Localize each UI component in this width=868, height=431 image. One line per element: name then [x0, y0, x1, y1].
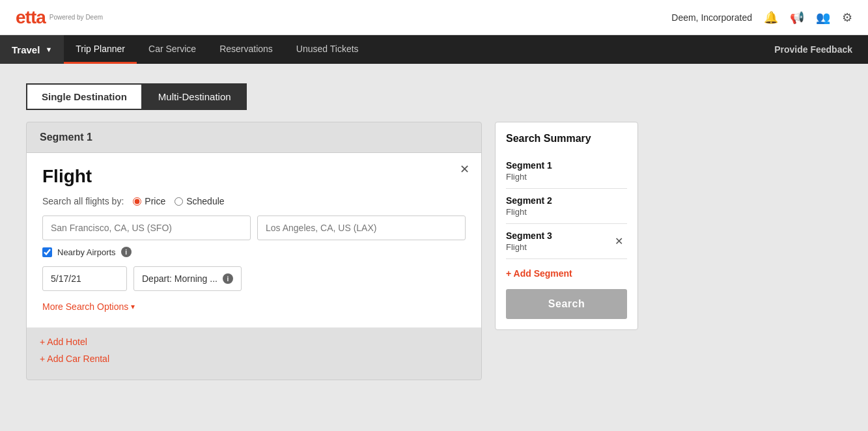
add-segment-link[interactable]: + Add Segment [506, 268, 627, 279]
nav-trip-planner[interactable]: Trip Planner [64, 35, 137, 64]
nearby-airports-info-icon[interactable]: i [121, 247, 132, 257]
nav-provide-feedback[interactable]: Provide Feedback [759, 44, 868, 55]
add-hotel-link[interactable]: + Add Hotel [40, 337, 468, 347]
from-input[interactable] [42, 216, 251, 240]
tab-single-destination[interactable]: Single Destination [26, 83, 143, 110]
content-row: Segment 1 Flight ✕ Search all flights by… [26, 122, 842, 380]
flight-title: Flight [42, 166, 466, 187]
summary-segment-1: Segment 1 Flight [506, 154, 627, 189]
depart-select[interactable]: Depart: Morning ... i [133, 266, 242, 291]
nav-car-service[interactable]: Car Service [137, 35, 208, 64]
megaphone-icon[interactable]: 📢 [790, 10, 804, 25]
depart-info-icon[interactable]: i [223, 273, 233, 284]
nav-unused-tickets[interactable]: Unused Tickets [285, 35, 371, 64]
radio-price[interactable]: Price [133, 196, 165, 206]
add-car-rental-link[interactable]: + Add Car Rental [40, 354, 468, 364]
nav-travel-label: Travel [12, 44, 40, 55]
search-button[interactable]: Search [506, 289, 627, 319]
close-button[interactable]: ✕ [460, 162, 469, 176]
segment1-header: Segment 1 [27, 122, 481, 153]
destination-tabs: Single Destination Multi-Destination [26, 83, 842, 110]
add-section: + Add Hotel + Add Car Rental [27, 327, 481, 380]
radio-schedule[interactable]: Schedule [175, 196, 224, 206]
bell-icon[interactable]: 🔔 [764, 10, 778, 25]
remove-segment3-button[interactable]: ✕ [611, 234, 627, 249]
logo: etta [16, 7, 46, 28]
flight-form: Flight ✕ Search all flights by: Price Sc… [27, 153, 481, 327]
more-search-options-link[interactable]: More Search Options ▾ [42, 301, 466, 312]
gear-icon[interactable]: ⚙ [842, 10, 852, 25]
nav-links: Trip Planner Car Service Reservations Un… [64, 35, 370, 64]
topbar-right: Deem, Incorporated 🔔 📢 👥 ⚙ [671, 10, 852, 25]
search-summary-panel: Search Summary Segment 1 Flight Segment … [495, 122, 638, 330]
chevron-down-icon: ▼ [45, 46, 52, 53]
main-content: Single Destination Multi-Destination Seg… [0, 64, 868, 400]
summary-segment-3: Segment 3 Flight ✕ [506, 224, 627, 259]
date-input[interactable] [42, 266, 127, 291]
tab-multi-destination[interactable]: Multi-Destination [143, 83, 247, 110]
nav-travel[interactable]: Travel ▼ [0, 35, 64, 64]
segment-3-row: Segment 3 Flight ✕ [506, 230, 627, 252]
search-by-row: Search all flights by: Price Schedule [42, 196, 466, 206]
nearby-airports-checkbox[interactable] [42, 247, 52, 257]
chevron-down-icon: ▾ [131, 302, 135, 311]
nearby-airports-row: Nearby Airports i [42, 247, 466, 257]
search-by-label: Search all flights by: [42, 196, 124, 206]
nav-reservations[interactable]: Reservations [208, 35, 285, 64]
search-summary-title: Search Summary [506, 133, 627, 145]
segment1-card: Segment 1 Flight ✕ Search all flights by… [26, 122, 482, 380]
logo-subtitle: Powered by Deem [49, 14, 103, 21]
route-row [42, 216, 466, 240]
people-icon[interactable]: 👥 [816, 10, 830, 25]
summary-segment-2: Segment 2 Flight [506, 189, 627, 224]
topbar: etta Powered by Deem Deem, Incorporated … [0, 0, 868, 35]
to-input[interactable] [257, 216, 466, 240]
logo-area: etta Powered by Deem [16, 7, 103, 28]
date-row: Depart: Morning ... i [42, 266, 466, 291]
nearby-airports-label: Nearby Airports [57, 247, 116, 257]
company-name: Deem, Incorporated [671, 12, 752, 23]
navbar: Travel ▼ Trip Planner Car Service Reserv… [0, 35, 868, 64]
